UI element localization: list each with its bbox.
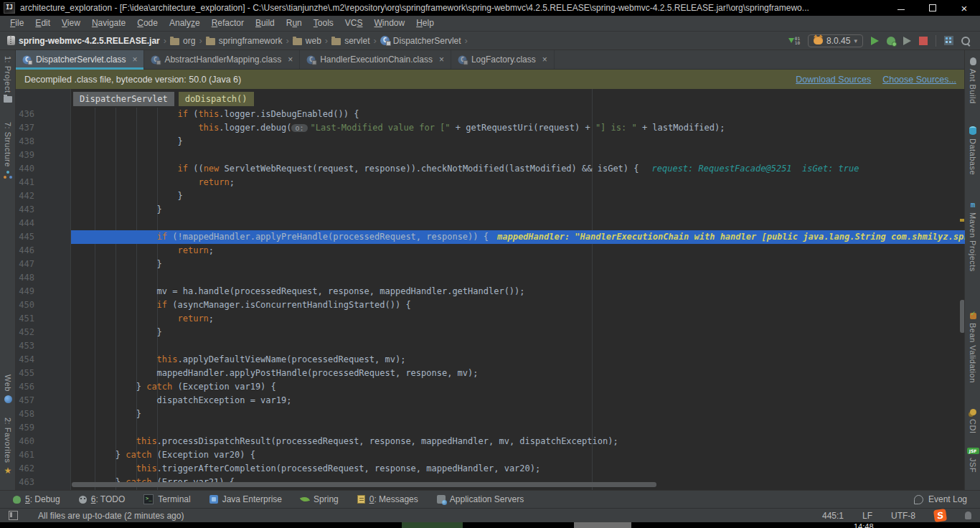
restore-button[interactable] (917, 0, 948, 16)
code-line[interactable]: 437 this.logger.debug(o:"Last-Modified v… (16, 121, 965, 135)
breadcrumb-item-servlet[interactable]: servlet (331, 36, 369, 46)
menu-window[interactable]: Window (368, 16, 410, 31)
code-line[interactable]: 457 dispatchException = var19; (16, 394, 965, 407)
horizontal-scrollbar[interactable] (72, 482, 656, 487)
line-number[interactable]: 436 (16, 108, 34, 121)
run-configuration-selector[interactable]: 8.0.45 ▾ (808, 34, 863, 47)
caret-position[interactable]: 445:1 (822, 511, 844, 521)
line-number[interactable]: 455 (16, 367, 34, 380)
line-number[interactable]: 452 (16, 326, 34, 339)
menu-refactor[interactable]: Refactor (206, 16, 250, 31)
menu-run[interactable]: Run (281, 16, 308, 31)
line-number[interactable]: 451 (16, 312, 34, 326)
code-line[interactable]: 445 if (!mappedHandler.applyPreHandle(pr… (16, 230, 965, 244)
line-number[interactable]: 460 (16, 435, 34, 448)
tab-handlerexecutionchain-class[interactable]: HandlerExecutionChain.class× (300, 50, 451, 69)
line-ending[interactable]: LF (862, 511, 872, 521)
close-icon[interactable]: × (542, 55, 547, 65)
line-number[interactable]: 457 (16, 394, 34, 407)
code-line[interactable]: 440 if ((new ServletWebRequest(request, … (16, 162, 965, 176)
menu-file[interactable]: File (4, 16, 29, 31)
code-line[interactable]: 450 if (asyncManager.isConcurrentHandlin… (16, 298, 965, 312)
menu-edit[interactable]: Edit (29, 16, 56, 31)
line-number[interactable]: 443 (16, 203, 34, 217)
breadcrumb-item-springframework[interactable]: springframework (206, 36, 283, 46)
toolwindow-button-jee[interactable]: Java Enterprise (209, 494, 282, 504)
line-number[interactable]: 439 (16, 148, 34, 162)
sidebar-item-db[interactable]: Database (965, 126, 980, 175)
line-number[interactable]: 446 (16, 244, 34, 258)
code-line[interactable]: 455 mappedHandler.applyPostHandle(proces… (16, 367, 965, 380)
run-button[interactable] (871, 37, 879, 45)
tab-logfactory-class[interactable]: LogFactory.class× (451, 50, 555, 69)
menu-code[interactable]: Code (131, 16, 164, 31)
line-number[interactable]: 463 (16, 476, 34, 489)
code-line[interactable]: 444 (16, 217, 965, 230)
sidebar-item-web[interactable]: Web (0, 374, 16, 403)
code-line[interactable]: 443 } (16, 203, 965, 217)
menu-view[interactable]: View (56, 16, 86, 31)
breadcrumb-item-spring-webmvc-4.2.5.release.jar[interactable]: spring-webmvc-4.2.5.RELEASE.jar (7, 36, 160, 46)
code-line[interactable]: 439 (16, 148, 965, 162)
line-number[interactable]: 459 (16, 421, 34, 435)
sidebar-item-jsf[interactable]: JSF (965, 448, 980, 473)
toolwindow-button-messages[interactable]: 0: Messages (357, 494, 418, 504)
sogou-ime-icon[interactable] (933, 509, 947, 522)
line-number[interactable]: 449 (16, 285, 34, 298)
banner-link-choose-sources-[interactable]: Choose Sources... (882, 75, 956, 85)
application-servers-icon[interactable] (944, 36, 953, 45)
close-button[interactable]: × (948, 0, 980, 16)
event-log-button[interactable]: Event Log (914, 494, 980, 504)
code-line[interactable]: 448 (16, 271, 965, 285)
tool-window-toggle-icon[interactable] (9, 511, 18, 520)
editor[interactable]: DispatcherServletdoDispatch() 436 if (th… (16, 89, 965, 490)
code-line[interactable]: 460 this.processDispatchResult(processed… (16, 435, 965, 448)
code-line[interactable]: 447 } (16, 258, 965, 271)
sidebar-item-project[interactable]: 1: Project (0, 56, 16, 103)
sidebar-item-structure[interactable]: 7: Structure (0, 122, 16, 179)
search-icon[interactable] (961, 37, 970, 45)
toolwindow-button-spring[interactable]: Spring (301, 494, 339, 504)
menu-vcs[interactable]: VCS (339, 16, 369, 31)
line-number[interactable]: 450 (16, 298, 34, 312)
line-number[interactable]: 437 (16, 121, 34, 135)
hector-icon[interactable] (965, 512, 971, 519)
code-line[interactable]: 449 mv = ha.handle(processedRequest, res… (16, 285, 965, 298)
encoding[interactable]: UTF-8 (891, 511, 915, 521)
banner-link-download-sources[interactable]: Download Sources (796, 75, 871, 85)
code-line[interactable]: 461 } catch (Exception var20) { (16, 448, 965, 462)
close-icon[interactable]: × (288, 55, 293, 65)
minimize-button[interactable] (885, 0, 917, 16)
toolwindow-button-todo[interactable]: 6: TODO (79, 494, 126, 504)
code-area[interactable]: 436 if (this.logger.isDebugEnabled()) {4… (16, 108, 965, 489)
line-number[interactable]: 441 (16, 176, 34, 189)
line-number[interactable]: 453 (16, 339, 34, 353)
line-number[interactable]: 448 (16, 271, 34, 285)
sidebar-item-fav[interactable]: 2: Favorites (0, 418, 16, 475)
line-number[interactable]: 456 (16, 380, 34, 394)
code-line[interactable]: 459 (16, 421, 965, 435)
code-line[interactable]: 436 if (this.logger.isDebugEnabled()) { (16, 108, 965, 121)
code-line[interactable]: 453 (16, 339, 965, 353)
sidebar-item-cdi[interactable]: CDI (965, 409, 980, 433)
sidebar-item-ant[interactable]: Ant Build (965, 57, 980, 104)
toolwindow-button-terminal[interactable]: Terminal (143, 494, 190, 504)
run-with-coverage-button[interactable] (903, 37, 911, 45)
line-number[interactable]: 447 (16, 258, 34, 271)
breadcrumb-chip[interactable]: doDispatch() (179, 92, 254, 106)
line-number[interactable]: 440 (16, 162, 34, 176)
menu-help[interactable]: Help (410, 16, 440, 31)
line-number[interactable]: 458 (16, 407, 34, 421)
code-line[interactable]: 441 return; (16, 176, 965, 189)
menu-tools[interactable]: Tools (308, 16, 339, 31)
line-number[interactable]: 444 (16, 217, 34, 230)
close-icon[interactable]: × (132, 55, 137, 65)
menu-build[interactable]: Build (250, 16, 281, 31)
code-line[interactable]: 458 } (16, 407, 965, 421)
line-number[interactable]: 442 (16, 189, 34, 203)
menu-analyze[interactable]: Analyze (164, 16, 206, 31)
breadcrumb-item-web[interactable]: web (293, 36, 321, 46)
code-line[interactable]: 462 this.triggerAfterCompletion(processe… (16, 462, 965, 476)
code-line[interactable]: 442 } (16, 189, 965, 203)
line-number[interactable]: 461 (16, 448, 34, 462)
